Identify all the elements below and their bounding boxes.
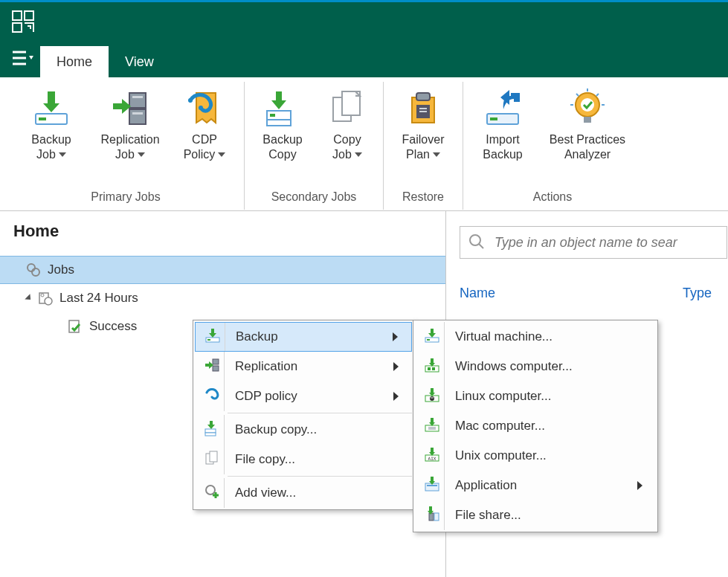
- backup-icon: [204, 327, 221, 347]
- best-practices-analyzer-icon: [566, 85, 609, 132]
- svg-rect-9: [48, 91, 55, 105]
- svg-rect-32: [490, 117, 497, 120]
- submenu-item-application[interactable]: Application: [415, 471, 656, 500]
- chevron-down-icon: [355, 152, 362, 157]
- tree-expander-icon[interactable]: [25, 294, 33, 302]
- ribbon-label: Copy: [268, 147, 296, 162]
- submenu-item-mac-computer[interactable]: Mac computer...: [415, 411, 656, 441]
- replication-job-button[interactable]: Replication Job: [92, 82, 168, 165]
- tree-item-last-24-hours[interactable]: Last 24 Hours: [0, 284, 445, 312]
- backup-copy-icon: [204, 420, 220, 440]
- svg-point-78: [431, 397, 432, 399]
- ribbon-label: Backup: [31, 132, 71, 147]
- copy-job-button[interactable]: Copy Job: [318, 82, 377, 165]
- ribbon-group-actions: Import Backup Best Practices Analyzer Ac…: [463, 82, 642, 210]
- svg-rect-81: [431, 388, 434, 393]
- chevron-down-icon: [433, 152, 440, 157]
- submenu-item-file-share[interactable]: File share...: [415, 500, 656, 530]
- replication-job-icon: [109, 85, 152, 132]
- context-menu-item-backup[interactable]: Backup: [195, 322, 412, 352]
- search-input[interactable]: [493, 234, 719, 251]
- submenu-label: Unix computer...: [455, 448, 642, 463]
- ribbon-label: Job: [36, 147, 56, 162]
- chevron-down-icon: [59, 152, 66, 157]
- svg-rect-58: [205, 429, 216, 433]
- submenu-item-windows-computer[interactable]: Windows computer...: [415, 352, 656, 381]
- backup-job-button[interactable]: Backup Job: [13, 82, 89, 165]
- menu-separator: [228, 476, 412, 477]
- context-menu-item-cdp-policy[interactable]: CDP policy: [195, 381, 412, 411]
- svg-rect-12: [129, 109, 146, 124]
- import-backup-button[interactable]: Import Backup: [469, 82, 536, 165]
- ribbon-label: Import: [486, 132, 519, 147]
- svg-rect-93: [431, 477, 434, 482]
- svg-rect-94: [429, 513, 434, 520]
- column-header-type[interactable]: Type: [683, 286, 712, 301]
- submenu-arrow-icon: [393, 362, 399, 371]
- submenu-label: Application: [455, 478, 627, 493]
- svg-rect-69: [431, 329, 434, 334]
- submenu-item-linux-computer[interactable]: Linux computer...: [415, 381, 656, 411]
- ribbon-group-label: Primary Jobs: [13, 186, 238, 210]
- context-menu-item-file-copy[interactable]: File copy...: [195, 445, 412, 474]
- svg-rect-55: [213, 366, 219, 371]
- submenu-label: Windows computer...: [455, 359, 642, 374]
- submenu-item-unix-computer[interactable]: AIX Unix computer...: [415, 441, 656, 471]
- svg-rect-59: [205, 433, 216, 436]
- cdp-policy-button[interactable]: CDP Policy: [171, 82, 238, 165]
- tree-item-jobs[interactable]: Jobs: [0, 256, 445, 284]
- svg-rect-56: [205, 364, 209, 367]
- success-icon: [67, 318, 83, 335]
- svg-rect-63: [210, 451, 217, 462]
- svg-point-48: [470, 235, 480, 245]
- svg-point-64: [206, 486, 215, 494]
- submenu-item-virtual-machine[interactable]: Virtual machine...: [415, 322, 656, 352]
- ribbon-label: Copy: [333, 132, 361, 147]
- search-box[interactable]: [460, 226, 727, 259]
- column-headers: Name Type: [460, 286, 728, 301]
- column-header-name[interactable]: Name: [460, 286, 683, 301]
- windows-backup-icon: [424, 357, 440, 377]
- failover-plan-icon: [402, 85, 445, 132]
- ribbon-group-primary-jobs: Backup Job Replication Job CDP Policy Pr…: [7, 82, 245, 210]
- svg-rect-0: [13, 11, 22, 20]
- app-menu-button[interactable]: [6, 43, 40, 73]
- app-logo-icon: [10, 9, 36, 34]
- context-menu-item-add-view[interactable]: Add view...: [195, 478, 412, 508]
- context-menu-label: Backup: [236, 329, 382, 344]
- ribbon: Backup Job Replication Job CDP Policy Pr…: [0, 77, 728, 211]
- svg-line-49: [479, 244, 483, 248]
- ribbon-label: Job: [115, 147, 135, 162]
- tree-item-label: Jobs: [48, 262, 74, 277]
- backup-submenu: Virtual machine... Windows computer... L…: [413, 320, 658, 532]
- svg-marker-23: [271, 100, 286, 109]
- svg-rect-15: [113, 103, 122, 109]
- ribbon-label: Replication: [100, 132, 159, 147]
- application-backup-icon: [424, 476, 440, 496]
- jobs-context-menu: Backup Replication CDP policy Backup cop…: [193, 320, 414, 510]
- ribbon-group-label: Secondary Jobs: [251, 186, 377, 210]
- svg-marker-61: [207, 425, 215, 429]
- context-menu-item-replication[interactable]: Replication: [195, 352, 412, 381]
- chevron-down-icon: [218, 152, 225, 157]
- svg-point-17: [188, 98, 193, 103]
- add-view-icon: [204, 483, 220, 503]
- svg-point-36: [581, 98, 594, 112]
- copy-job-icon: [326, 85, 369, 132]
- best-practices-analyzer-button[interactable]: Best Practices Analyzer: [539, 82, 636, 165]
- file-share-backup-icon: [424, 506, 440, 526]
- vm-backup-icon: [424, 327, 440, 347]
- tab-home[interactable]: Home: [40, 46, 109, 77]
- submenu-arrow-icon: [393, 392, 399, 401]
- failover-plan-button[interactable]: Failover Plan: [390, 82, 457, 165]
- context-menu-item-backup-copy[interactable]: Backup copy...: [195, 415, 412, 445]
- svg-marker-6: [29, 56, 33, 59]
- backup-copy-button[interactable]: Backup Copy: [251, 82, 315, 165]
- tree-item-label: Last 24 Hours: [59, 291, 138, 306]
- svg-point-77: [430, 396, 434, 401]
- svg-text:AIX: AIX: [428, 456, 436, 461]
- menu-separator: [228, 413, 412, 413]
- mac-backup-icon: [424, 416, 440, 436]
- chevron-down-icon: [138, 152, 145, 157]
- tab-view[interactable]: View: [109, 46, 170, 77]
